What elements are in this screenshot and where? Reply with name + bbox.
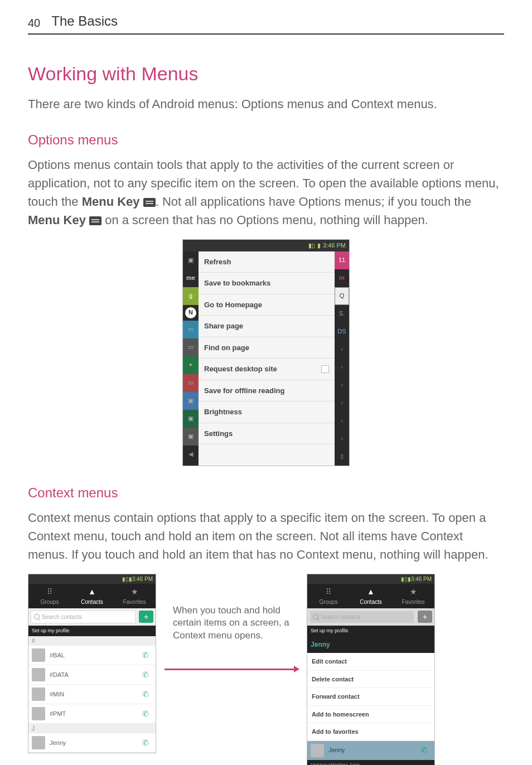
menu-item-share[interactable]: Share page — [199, 316, 335, 337]
phone-icon[interactable]: ✆ — [142, 669, 152, 681]
page-header: 40 The Basics — [28, 11, 504, 35]
options-menu-screenshot: ▮▯ ▮ 3:46 PM ▣ me g N ▭ ▭ ▾ ▭ ▣ ▣ ▣ ◀ Re… — [182, 239, 350, 466]
screenshot-right-strip: 11 m Q S. DS › › › › › › ▯ — [335, 251, 349, 466]
search-input[interactable]: Search contacts — [31, 611, 136, 623]
star-icon: ★ — [392, 586, 434, 598]
avatar — [311, 744, 324, 757]
phone-icon[interactable]: ✆ — [421, 744, 431, 756]
arrow-icon — [165, 669, 298, 670]
tab-bar: ⠿Groups ▲Contacts ★Favorites — [28, 584, 156, 608]
menu-item-refresh[interactable]: Refresh — [199, 251, 335, 273]
index-header: J — [28, 724, 156, 733]
status-time: 3:46 PM — [323, 241, 346, 250]
avatar — [32, 648, 45, 662]
phone-icon[interactable]: ✆ — [142, 708, 152, 720]
bg-icon: ▾ — [183, 356, 199, 374]
bg-icon: ▭ — [183, 338, 199, 356]
menu-item-desktop-site[interactable]: Request desktop site — [199, 359, 335, 380]
list-item[interactable]: #DATA✆ — [28, 665, 156, 685]
menu-key-icon — [89, 216, 101, 225]
highlighted-contact[interactable]: Jenny ✆ — [307, 741, 434, 760]
index-header: # — [28, 636, 156, 646]
context-item-favorites[interactable]: Add to favorites — [307, 723, 434, 741]
page-number: 40 — [28, 14, 40, 31]
bg-text: me — [183, 269, 199, 287]
list-item[interactable]: #BAL✆ — [28, 646, 156, 665]
menu-item-brightness[interactable]: Brightness — [199, 401, 335, 423]
menu-key-text-2: Menu Key — [28, 213, 89, 227]
context-item-homescreen[interactable]: Add to homescreen — [307, 706, 434, 724]
add-person-icon: + — [423, 612, 427, 621]
phone-icon[interactable]: ✆ — [142, 689, 152, 700]
bg-text: m — [335, 269, 349, 287]
badge-icon: 11 — [335, 251, 349, 269]
person-icon: ▲ — [71, 586, 113, 598]
tab-contacts[interactable]: ▲Contacts — [71, 584, 113, 608]
list-item[interactable]: #PMT✆ — [28, 704, 156, 724]
carrier-footer: Verizon Wireless Area... — [307, 760, 434, 766]
back-icon: ◀ — [183, 446, 199, 463]
status-bar: ▮▯ ▮ 3:46 PM — [28, 574, 156, 584]
search-input[interactable]: Search contacts — [309, 611, 414, 623]
page-title: Working with Menus — [28, 60, 504, 88]
phone-icon[interactable]: ✆ — [142, 737, 152, 749]
star-icon: ★ — [113, 586, 156, 598]
phone-icon[interactable]: ✆ — [142, 650, 152, 661]
breadcrumb: The Basics — [51, 11, 118, 31]
menu-item-save-bookmarks[interactable]: Save to bookmarks — [199, 273, 335, 294]
menu-item-find[interactable]: Find on page — [199, 337, 335, 359]
bg-icon: ▣ — [183, 392, 199, 410]
context-menu-title: Jenny — [307, 636, 434, 653]
status-bar: ▮▯ ▮ 3:46 PM — [183, 240, 349, 251]
annotation-text: When you touch and hold certain items on… — [173, 604, 290, 643]
add-contact-button[interactable]: + — [418, 611, 432, 623]
bg-icon: ▣ — [183, 428, 199, 446]
list-item[interactable]: #MIN✆ — [28, 685, 156, 704]
chevron-right-icon: › — [335, 359, 349, 376]
screenshot-left-strip: ▣ me g N ▭ ▭ ▾ ▭ ▣ ▣ ▣ ◀ — [183, 251, 199, 466]
context-menu-list: Edit contact Delete contact Forward cont… — [307, 653, 434, 741]
context-item-edit[interactable]: Edit contact — [307, 653, 434, 671]
bg-icon: ▭ — [183, 374, 199, 392]
tab-groups[interactable]: ⠿Groups — [28, 584, 71, 608]
tab-groups[interactable]: ⠿Groups — [307, 584, 350, 608]
checkbox-icon[interactable] — [321, 365, 329, 373]
signal-icon: ▮▯ — [401, 575, 408, 583]
tab-favorites[interactable]: ★Favorites — [392, 584, 434, 608]
options-menu-list: Refresh Save to bookmarks Go to Homepage… — [199, 251, 335, 466]
menu-key-icon — [143, 198, 156, 207]
tab-contacts[interactable]: ▲Contacts — [350, 584, 392, 608]
options-paragraph: Options menus contain tools that apply t… — [28, 156, 504, 229]
search-icon: Q — [335, 287, 349, 305]
signal-icon: ▮▯ — [122, 575, 129, 583]
groups-icon: ⠿ — [28, 586, 71, 598]
menu-item-homepage[interactable]: Go to Homepage — [199, 294, 335, 316]
context-item-delete[interactable]: Delete contact — [307, 671, 434, 689]
setup-profile-row[interactable]: Set up my profile — [307, 626, 434, 637]
menu-item-offline[interactable]: Save for offline reading — [199, 380, 335, 402]
search-row: Search contacts + — [307, 608, 434, 626]
bg-icon: ▯ — [335, 448, 349, 466]
context-heading: Context menus — [28, 483, 504, 503]
options-heading: Options menus — [28, 130, 504, 150]
battery-icon: ▮ — [317, 241, 321, 250]
context-paragraph: Context menus contain options that apply… — [28, 509, 504, 564]
list-item[interactable]: Jenny✆ — [28, 733, 156, 753]
chevron-right-icon: › — [335, 341, 349, 359]
person-icon: ▲ — [350, 586, 392, 598]
options-text-c: on a screen that has no Options menu, no… — [101, 213, 428, 227]
contacts-list: # #BAL✆ #DATA✆ #MIN✆ #PMT✆ J Jenny✆ — [28, 636, 156, 753]
bg-text: DS — [335, 323, 349, 341]
menu-item-settings[interactable]: Settings — [199, 423, 335, 445]
tab-favorites[interactable]: ★Favorites — [113, 584, 156, 608]
context-item-forward[interactable]: Forward contact — [307, 688, 434, 706]
setup-profile-row[interactable]: Set up my profile — [28, 626, 156, 637]
search-placeholder: Search contacts — [321, 613, 361, 621]
bg-icon: ▭ — [183, 321, 199, 338]
chevron-right-icon: › — [335, 430, 349, 448]
options-text-b: . Not all applications have Options menu… — [156, 195, 471, 209]
add-contact-button[interactable]: + — [139, 611, 153, 623]
annotation-block: When you touch and hold certain items on… — [173, 574, 290, 643]
intro-paragraph: There are two kinds of Android menus: Op… — [28, 95, 504, 113]
search-row: Search contacts + — [28, 608, 156, 626]
